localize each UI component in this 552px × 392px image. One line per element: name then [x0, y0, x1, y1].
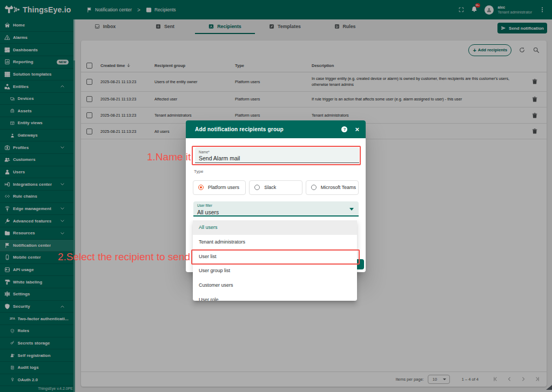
caret-down-icon — [349, 208, 354, 211]
radio-label: Microsoft Teams — [321, 185, 356, 190]
type-label: Type — [194, 169, 203, 174]
user-filter-value: All users — [197, 209, 219, 215]
annotation-step2: 2.Select the recipient to send — [58, 252, 190, 262]
option-user-group-list[interactable]: User group list — [193, 263, 357, 278]
option-customer-users[interactable]: Customer users — [193, 278, 357, 293]
annotation-rect-user-list — [191, 249, 360, 265]
option-user-role[interactable]: User role — [193, 292, 357, 301]
mouse-cursor — [546, 382, 552, 392]
user-filter-label: User filter — [197, 204, 212, 207]
radio-label: Slack — [264, 185, 276, 190]
option-tenant-administrators[interactable]: Tenant administrators — [193, 235, 357, 249]
radio-dot-icon — [198, 185, 204, 190]
annotation-rect-name — [192, 146, 361, 165]
radio-slack[interactable]: Slack — [249, 180, 302, 195]
radio-dot-icon — [254, 185, 260, 190]
screen: ThingsEye.io Notification center > Recip… — [0, 0, 552, 392]
dialog-header: Add notification recipients group ? × — [186, 120, 366, 138]
radio-microsoft-teams[interactable]: Microsoft Teams — [306, 180, 359, 195]
close-icon[interactable]: × — [355, 126, 359, 133]
help-icon[interactable]: ? — [341, 126, 347, 132]
dialog-title: Add notification recipients group — [195, 126, 284, 132]
radio-platform-users[interactable]: Platform users — [193, 180, 246, 195]
radio-dot-icon — [311, 185, 317, 190]
annotation-step1: 1.Name it — [147, 152, 191, 162]
radio-label: Platform users — [208, 185, 239, 190]
option-all-users[interactable]: All users — [193, 220, 357, 235]
type-radio-group: Platform usersSlackMicrosoft Teams — [193, 180, 359, 195]
user-filter-select[interactable]: User filter All users — [193, 201, 359, 217]
